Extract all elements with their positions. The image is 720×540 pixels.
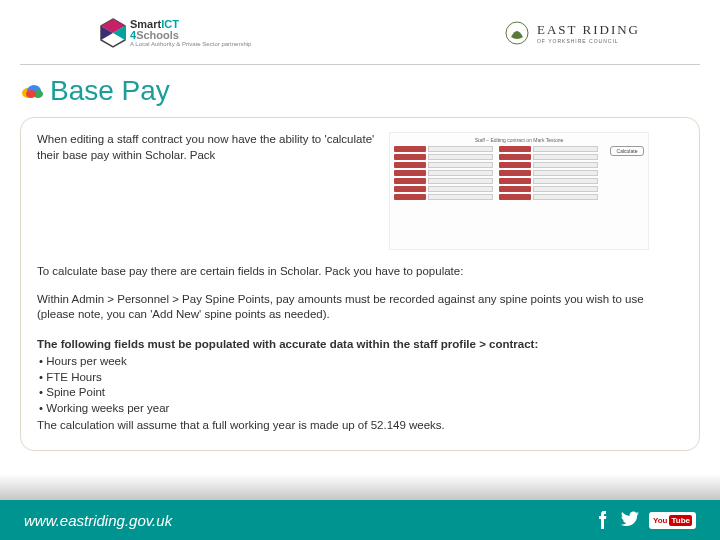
list-item: Working weeks per year (37, 401, 683, 417)
svg-point-8 (26, 90, 36, 98)
logo-text-schools: Schools (136, 29, 179, 41)
east-riding-subtitle: OF YORKSHIRE COUNCIL (537, 38, 640, 44)
smart-ict-logo: SmartICT 4Schools A Local Authority & Pr… (100, 18, 251, 48)
hexagon-icon (100, 18, 126, 48)
crest-icon (503, 19, 531, 47)
east-riding-logo: EAST RIDING OF YORKSHIRE COUNCIL (503, 19, 640, 47)
footer-url: www.eastriding.gov.uk (24, 512, 172, 529)
calculate-button-thumb: Calculate (610, 146, 644, 156)
cloud-icon (20, 83, 44, 99)
logo-tagline: A Local Authority & Private Sector partn… (130, 41, 251, 47)
thumb-title: Staff – Editing contract on Mark Testone (394, 137, 644, 144)
title-row: Base Pay (0, 65, 720, 113)
list-item: Spine Point (37, 385, 683, 401)
header: SmartICT 4Schools A Local Authority & Pr… (0, 0, 720, 64)
screenshot-thumbnail: Staff – Editing contract on Mark Testone (389, 132, 649, 250)
page-title: Base Pay (50, 75, 170, 107)
fields-intro: The following fields must be populated w… (37, 337, 683, 353)
spine-points-text: Within Admin > Personnel > Pay Spine Poi… (37, 292, 683, 323)
intro-text: When editing a staff contract you now ha… (37, 132, 377, 163)
footer: www.eastriding.gov.uk You YouTubeTube (0, 500, 720, 540)
east-riding-title: EAST RIDING (537, 22, 640, 38)
youtube-icon: You YouTubeTube (649, 512, 696, 529)
twitter-icon (621, 511, 639, 529)
list-item: FTE Hours (37, 370, 683, 386)
calculation-note: The calculation will assume that a full … (37, 418, 683, 434)
footer-shadow (0, 474, 720, 500)
social-icons: You YouTubeTube (593, 511, 696, 529)
facebook-icon (593, 511, 611, 529)
list-item: Hours per week (37, 354, 683, 370)
populate-text: To calculate base pay there are certain … (37, 264, 683, 280)
content-box: When editing a staff contract you now ha… (20, 117, 700, 451)
required-fields-list: Hours per week FTE Hours Spine Point Wor… (37, 354, 683, 416)
